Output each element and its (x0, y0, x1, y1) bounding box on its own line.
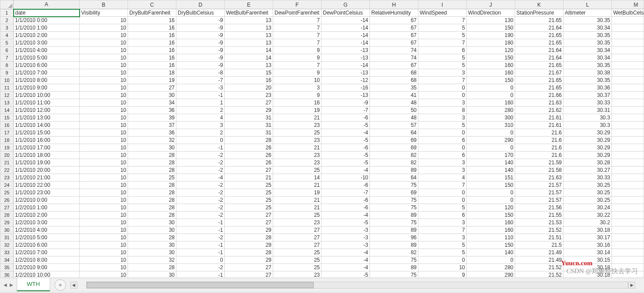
cell[interactable]: 10 (80, 17, 128, 24)
cell[interactable]: 1/2/2010 9:00 (14, 264, 80, 271)
cell[interactable]: -5 (322, 219, 370, 226)
cell[interactable]: 150 (467, 54, 515, 62)
cell[interactable]: -13 (322, 69, 370, 77)
cell[interactable]: 1/2/2010 3:00 (14, 219, 80, 226)
row-header[interactable]: 34 (0, 256, 14, 264)
column-header[interactable]: A (14, 0, 80, 9)
cell[interactable]: 30.35 (564, 39, 612, 47)
cell[interactable]: 10 (80, 144, 128, 152)
cell[interactable]: 7 (273, 62, 322, 69)
cell[interactable]: 30 (128, 226, 176, 234)
cell[interactable]: 36 (128, 107, 176, 114)
cell[interactable]: 21.63 (515, 99, 564, 107)
cell[interactable]: 3 (418, 219, 467, 226)
cell[interactable]: 25 (273, 167, 322, 174)
cell[interactable]: 9 (273, 69, 322, 77)
row-header[interactable]: 6 (0, 47, 14, 54)
cell[interactable]: 30.35 (564, 62, 612, 69)
cell[interactable]: 64 (370, 174, 418, 182)
cell[interactable]: -9 (176, 62, 225, 69)
cell[interactable]: 21.65 (515, 77, 564, 84)
row-header[interactable]: 7 (0, 54, 14, 62)
cell[interactable]: 74 (370, 54, 418, 62)
cell[interactable]: 10 (80, 241, 128, 249)
cell[interactable]: 1/2/2010 0:00 (14, 197, 80, 204)
cell[interactable]: 25 (225, 182, 273, 189)
cell[interactable]: -2 (176, 264, 225, 271)
cell[interactable]: 5 (418, 122, 467, 129)
cell[interactable]: 75 (370, 197, 418, 204)
cell[interactable]: 30.33 (564, 99, 612, 107)
cell[interactable]: 130 (467, 17, 515, 24)
cell[interactable]: -3 (322, 234, 370, 241)
cell[interactable]: 30.24 (564, 204, 612, 211)
row-header[interactable]: 30 (0, 226, 14, 234)
row-header[interactable]: 9 (0, 69, 14, 77)
cell[interactable]: 21.49 (515, 256, 564, 264)
cell[interactable]: 3 (418, 99, 467, 107)
row-header[interactable]: 13 (0, 99, 14, 107)
cell[interactable]: 89 (370, 264, 418, 271)
cell[interactable]: 9 (273, 47, 322, 54)
cell[interactable]: -13 (322, 92, 370, 99)
cell[interactable]: 21.6 (515, 129, 564, 137)
cell[interactable]: WindSpeed (418, 9, 467, 17)
cell[interactable]: 10 (80, 129, 128, 137)
cell[interactable]: 150 (467, 182, 515, 189)
cell[interactable]: 10 (80, 92, 128, 99)
cell[interactable]: 30.3 (564, 114, 612, 122)
cell[interactable]: -6.9 (612, 84, 644, 92)
column-header[interactable]: K (515, 0, 564, 9)
cell[interactable]: 30.27 (564, 167, 612, 174)
cell[interactable]: 32 (128, 137, 176, 144)
cell[interactable]: 28 (225, 137, 273, 144)
cell[interactable]: 0 (467, 144, 515, 152)
cell[interactable]: 3 (418, 234, 467, 241)
cell[interactable]: 21.6 (515, 144, 564, 152)
cell[interactable]: 89 (370, 241, 418, 249)
add-sheet-button[interactable]: ＋ (55, 279, 66, 291)
row-header[interactable]: 14 (0, 107, 14, 114)
row-header[interactable]: 31 (0, 234, 14, 241)
cell[interactable]: 3 (418, 167, 467, 174)
cell[interactable]: 1/1/2010 13:00 (14, 114, 80, 122)
cell[interactable]: 7 (273, 17, 322, 24)
cell[interactable]: -2 (176, 197, 225, 204)
scroll-left-icon[interactable]: ◀ (70, 282, 77, 289)
cell[interactable]: 1/2/2010 1:00 (14, 204, 80, 211)
cell[interactable]: 10 (80, 182, 128, 189)
cell[interactable]: -2.9 (612, 211, 644, 219)
cell[interactable]: -7 (176, 77, 225, 84)
cell[interactable]: 13 (225, 17, 273, 24)
cell[interactable]: 10 (80, 137, 128, 144)
cell[interactable]: -4 (322, 211, 370, 219)
cell[interactable]: 25 (225, 197, 273, 204)
cell[interactable]: 21.65 (515, 17, 564, 24)
row-header[interactable]: 15 (0, 114, 14, 122)
cell[interactable]: -2 (612, 137, 644, 144)
cell[interactable]: 25 (128, 174, 176, 182)
cell[interactable]: 1/1/2010 20:00 (14, 167, 80, 174)
cell[interactable]: 30.34 (564, 54, 612, 62)
cell[interactable]: 170 (467, 152, 515, 159)
cell[interactable]: 0 (176, 256, 225, 264)
cell[interactable]: 21.56 (515, 204, 564, 211)
cell[interactable]: 21.59 (515, 159, 564, 167)
cell[interactable]: 27 (273, 241, 322, 249)
cell[interactable]: 21.61 (515, 122, 564, 129)
cell[interactable]: 1/1/2010 9:00 (14, 84, 80, 92)
cell[interactable]: 21.51 (515, 234, 564, 241)
row-header[interactable]: 28 (0, 211, 14, 219)
cell[interactable]: 28 (128, 189, 176, 197)
cell[interactable]: 27 (225, 99, 273, 107)
cell[interactable]: -2 (176, 152, 225, 159)
cell[interactable]: 0 (418, 197, 467, 204)
cell[interactable]: 10 (80, 84, 128, 92)
cell[interactable]: WindDirection (467, 9, 515, 17)
column-header[interactable]: H (370, 0, 418, 9)
cell[interactable]: 21.5 (515, 241, 564, 249)
cell[interactable]: -3 (176, 84, 225, 92)
row-header[interactable]: 1 (0, 9, 14, 17)
cell[interactable]: -0.2 (612, 114, 644, 122)
cell[interactable]: 3 (273, 84, 322, 92)
